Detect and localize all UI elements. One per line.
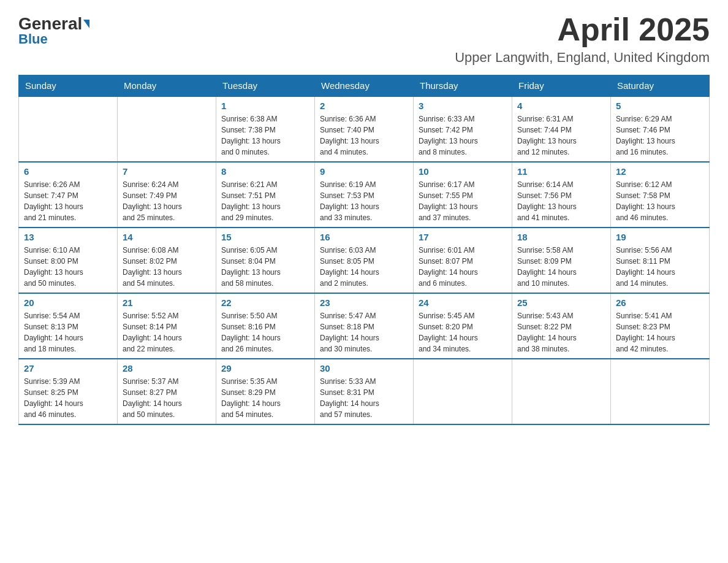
calendar-cell xyxy=(19,96,118,162)
day-number: 1 xyxy=(221,101,309,111)
day-info: Sunrise: 5:37 AMSunset: 8:27 PMDaylight:… xyxy=(123,376,211,420)
day-info: Sunrise: 5:43 AMSunset: 8:22 PMDaylight:… xyxy=(517,310,605,354)
day-number: 20 xyxy=(24,297,112,308)
calendar-cell: 25Sunrise: 5:43 AMSunset: 8:22 PMDayligh… xyxy=(512,293,611,359)
calendar-cell: 27Sunrise: 5:39 AMSunset: 8:25 PMDayligh… xyxy=(19,359,118,424)
day-number: 5 xyxy=(616,101,704,111)
day-number: 8 xyxy=(221,166,309,177)
day-info: Sunrise: 5:52 AMSunset: 8:14 PMDaylight:… xyxy=(123,310,211,354)
calendar-header-row: SundayMondayTuesdayWednesdayThursdayFrid… xyxy=(19,75,710,97)
header: General Blue April 2025 Upper Langwith, … xyxy=(18,12,710,66)
calendar-cell: 12Sunrise: 6:12 AMSunset: 7:58 PMDayligh… xyxy=(611,162,710,228)
day-number: 26 xyxy=(616,297,704,308)
logo-triangle-icon xyxy=(83,20,89,28)
month-title: April 2025 xyxy=(455,12,710,47)
calendar-header-monday: Monday xyxy=(118,75,216,97)
calendar-cell xyxy=(414,359,512,424)
day-number: 7 xyxy=(123,166,211,177)
day-number: 27 xyxy=(24,363,112,373)
day-number: 3 xyxy=(419,101,507,111)
calendar-cell: 1Sunrise: 6:38 AMSunset: 7:38 PMDaylight… xyxy=(216,96,315,162)
calendar-cell: 29Sunrise: 5:35 AMSunset: 8:29 PMDayligh… xyxy=(216,359,315,424)
calendar-cell: 10Sunrise: 6:17 AMSunset: 7:55 PMDayligh… xyxy=(414,162,512,228)
calendar-cell: 6Sunrise: 6:26 AMSunset: 7:47 PMDaylight… xyxy=(19,162,118,228)
day-number: 30 xyxy=(320,363,408,373)
calendar-cell: 26Sunrise: 5:41 AMSunset: 8:23 PMDayligh… xyxy=(611,293,710,359)
calendar-week-row-1: 1Sunrise: 6:38 AMSunset: 7:38 PMDaylight… xyxy=(19,96,710,162)
day-number: 11 xyxy=(517,166,605,177)
day-info: Sunrise: 5:56 AMSunset: 8:11 PMDaylight:… xyxy=(616,245,704,289)
day-number: 9 xyxy=(320,166,408,177)
day-number: 13 xyxy=(24,232,112,242)
day-info: Sunrise: 5:35 AMSunset: 8:29 PMDaylight:… xyxy=(221,376,309,420)
day-number: 28 xyxy=(123,363,211,373)
calendar-cell: 24Sunrise: 5:45 AMSunset: 8:20 PMDayligh… xyxy=(414,293,512,359)
calendar-header-thursday: Thursday xyxy=(414,75,512,97)
calendar-cell: 3Sunrise: 6:33 AMSunset: 7:42 PMDaylight… xyxy=(414,96,512,162)
logo-general-text: General xyxy=(18,15,82,33)
calendar-cell: 5Sunrise: 6:29 AMSunset: 7:46 PMDaylight… xyxy=(611,96,710,162)
calendar-cell: 13Sunrise: 6:10 AMSunset: 8:00 PMDayligh… xyxy=(19,228,118,293)
day-info: Sunrise: 5:54 AMSunset: 8:13 PMDaylight:… xyxy=(24,310,112,354)
logo-blue-text: Blue xyxy=(18,33,48,46)
day-number: 29 xyxy=(221,363,309,373)
calendar-cell: 22Sunrise: 5:50 AMSunset: 8:16 PMDayligh… xyxy=(216,293,315,359)
day-number: 12 xyxy=(616,166,704,177)
day-info: Sunrise: 5:45 AMSunset: 8:20 PMDaylight:… xyxy=(419,310,507,354)
calendar-cell: 2Sunrise: 6:36 AMSunset: 7:40 PMDaylight… xyxy=(315,96,414,162)
logo: General Blue xyxy=(18,12,89,46)
calendar-header-wednesday: Wednesday xyxy=(315,75,414,97)
day-info: Sunrise: 5:47 AMSunset: 8:18 PMDaylight:… xyxy=(320,310,408,354)
calendar-header-sunday: Sunday xyxy=(19,75,118,97)
day-info: Sunrise: 5:33 AMSunset: 8:31 PMDaylight:… xyxy=(320,376,408,420)
day-info: Sunrise: 6:24 AMSunset: 7:49 PMDaylight:… xyxy=(123,179,211,223)
day-info: Sunrise: 6:10 AMSunset: 8:00 PMDaylight:… xyxy=(24,245,112,289)
calendar-week-row-5: 27Sunrise: 5:39 AMSunset: 8:25 PMDayligh… xyxy=(19,359,710,424)
calendar-cell: 28Sunrise: 5:37 AMSunset: 8:27 PMDayligh… xyxy=(118,359,216,424)
day-number: 19 xyxy=(616,232,704,242)
calendar-week-row-3: 13Sunrise: 6:10 AMSunset: 8:00 PMDayligh… xyxy=(19,228,710,293)
day-number: 4 xyxy=(517,101,605,111)
calendar-header-friday: Friday xyxy=(512,75,611,97)
day-number: 25 xyxy=(517,297,605,308)
day-info: Sunrise: 5:41 AMSunset: 8:23 PMDaylight:… xyxy=(616,310,704,354)
calendar-cell: 20Sunrise: 5:54 AMSunset: 8:13 PMDayligh… xyxy=(19,293,118,359)
calendar-week-row-4: 20Sunrise: 5:54 AMSunset: 8:13 PMDayligh… xyxy=(19,293,710,359)
day-number: 2 xyxy=(320,101,408,111)
calendar-header-tuesday: Tuesday xyxy=(216,75,315,97)
day-number: 18 xyxy=(517,232,605,242)
day-info: Sunrise: 5:58 AMSunset: 8:09 PMDaylight:… xyxy=(517,245,605,289)
day-info: Sunrise: 6:36 AMSunset: 7:40 PMDaylight:… xyxy=(320,113,408,158)
calendar-cell: 11Sunrise: 6:14 AMSunset: 7:56 PMDayligh… xyxy=(512,162,611,228)
calendar-cell: 17Sunrise: 6:01 AMSunset: 8:07 PMDayligh… xyxy=(414,228,512,293)
calendar-cell: 8Sunrise: 6:21 AMSunset: 7:51 PMDaylight… xyxy=(216,162,315,228)
calendar-cell: 7Sunrise: 6:24 AMSunset: 7:49 PMDaylight… xyxy=(118,162,216,228)
calendar-cell: 23Sunrise: 5:47 AMSunset: 8:18 PMDayligh… xyxy=(315,293,414,359)
day-info: Sunrise: 6:12 AMSunset: 7:58 PMDaylight:… xyxy=(616,179,704,223)
day-number: 15 xyxy=(221,232,309,242)
day-info: Sunrise: 6:05 AMSunset: 8:04 PMDaylight:… xyxy=(221,245,309,289)
calendar-cell xyxy=(611,359,710,424)
calendar-cell: 16Sunrise: 6:03 AMSunset: 8:05 PMDayligh… xyxy=(315,228,414,293)
calendar-cell: 14Sunrise: 6:08 AMSunset: 8:02 PMDayligh… xyxy=(118,228,216,293)
calendar-cell: 19Sunrise: 5:56 AMSunset: 8:11 PMDayligh… xyxy=(611,228,710,293)
day-number: 21 xyxy=(123,297,211,308)
day-info: Sunrise: 6:21 AMSunset: 7:51 PMDaylight:… xyxy=(221,179,309,223)
calendar-cell: 9Sunrise: 6:19 AMSunset: 7:53 PMDaylight… xyxy=(315,162,414,228)
calendar-header-saturday: Saturday xyxy=(611,75,710,97)
day-info: Sunrise: 6:38 AMSunset: 7:38 PMDaylight:… xyxy=(221,113,309,158)
day-number: 14 xyxy=(123,232,211,242)
day-info: Sunrise: 5:50 AMSunset: 8:16 PMDaylight:… xyxy=(221,310,309,354)
day-info: Sunrise: 6:08 AMSunset: 8:02 PMDaylight:… xyxy=(123,245,211,289)
calendar-cell: 21Sunrise: 5:52 AMSunset: 8:14 PMDayligh… xyxy=(118,293,216,359)
day-info: Sunrise: 6:26 AMSunset: 7:47 PMDaylight:… xyxy=(24,179,112,223)
calendar-cell xyxy=(118,96,216,162)
day-number: 23 xyxy=(320,297,408,308)
day-info: Sunrise: 6:17 AMSunset: 7:55 PMDaylight:… xyxy=(419,179,507,223)
day-number: 24 xyxy=(419,297,507,308)
calendar-cell xyxy=(512,359,611,424)
calendar-week-row-2: 6Sunrise: 6:26 AMSunset: 7:47 PMDaylight… xyxy=(19,162,710,228)
day-info: Sunrise: 5:39 AMSunset: 8:25 PMDaylight:… xyxy=(24,376,112,420)
day-info: Sunrise: 6:33 AMSunset: 7:42 PMDaylight:… xyxy=(419,113,507,158)
day-info: Sunrise: 6:01 AMSunset: 8:07 PMDaylight:… xyxy=(419,245,507,289)
